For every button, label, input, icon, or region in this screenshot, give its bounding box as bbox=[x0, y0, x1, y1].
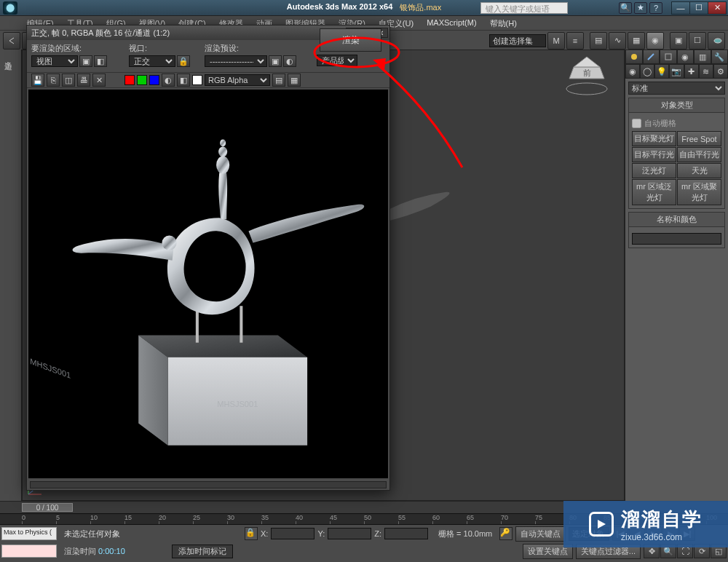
help-search-input[interactable]: 键入关键字或短语 bbox=[480, 2, 568, 14]
maxscript-mini-listener[interactable] bbox=[1, 545, 57, 558]
render-preset-dropdown[interactable]: ----------------- bbox=[205, 55, 267, 67]
object-name-input[interactable] bbox=[632, 233, 721, 245]
maximize-button[interactable]: ☐ bbox=[689, 1, 708, 15]
watermark: 溜溜自学 zixue.3d66.com bbox=[563, 501, 728, 547]
menu-maxscript[interactable]: MAXScript(M) bbox=[420, 16, 483, 30]
copy-image-button[interactable]: ⎘ bbox=[47, 74, 60, 87]
render-button[interactable]: 渲染 bbox=[320, 28, 381, 52]
ruler-tick: 10 bbox=[90, 514, 98, 521]
ruler-tick: 35 bbox=[261, 514, 269, 521]
channel-rgb[interactable] bbox=[192, 75, 202, 85]
print-image-button[interactable]: 🖶 bbox=[77, 74, 90, 87]
x-input[interactable] bbox=[271, 528, 314, 539]
undo-button[interactable] bbox=[3, 32, 20, 50]
schematic-view-button[interactable]: ▦ bbox=[628, 32, 645, 50]
toggle-ui-button[interactable]: ▦ bbox=[288, 74, 301, 87]
subtab-spacewarps[interactable]: ≋ bbox=[699, 64, 713, 79]
save-image-button[interactable]: 💾 bbox=[31, 74, 44, 87]
qat-btn[interactable]: ? bbox=[649, 2, 662, 14]
render-viewport-dropdown[interactable]: 正交 bbox=[129, 55, 175, 67]
toggle-overlay-button[interactable]: ▤ bbox=[272, 74, 285, 87]
minimize-button[interactable]: — bbox=[671, 1, 690, 15]
render-area-dropdown[interactable]: 视图 bbox=[31, 55, 78, 67]
y-input[interactable] bbox=[328, 528, 371, 539]
rendered-frame-button[interactable]: ☐ bbox=[689, 32, 706, 50]
alpha-toggle[interactable]: ◐ bbox=[162, 74, 175, 87]
btn-target-direct[interactable]: 目标平行光 bbox=[632, 147, 676, 162]
channel-red[interactable] bbox=[124, 75, 135, 85]
subtab-systems[interactable]: ⚙ bbox=[713, 64, 728, 79]
qat-btn[interactable]: 🔍 bbox=[619, 2, 632, 14]
menu-help[interactable]: 帮助(H) bbox=[483, 16, 523, 30]
tab-display[interactable]: ▥ bbox=[694, 50, 711, 64]
subtab-shapes[interactable]: ◯ bbox=[640, 64, 654, 79]
svg-point-20 bbox=[216, 157, 229, 174]
btn-free-direct[interactable]: 自由平行光 bbox=[677, 147, 721, 162]
title-bar: ⬤ Autodesk 3ds Max 2012 x64 银饰品.max 键入关键… bbox=[0, 0, 728, 16]
autokey-button[interactable]: 自动关键点 bbox=[515, 526, 566, 542]
rollout-title[interactable]: 名称和颜色 bbox=[629, 213, 724, 227]
render-setup-shortcut[interactable]: ▣ bbox=[269, 55, 282, 67]
btn-omni[interactable]: 泛光灯 bbox=[632, 163, 676, 178]
btn-free-spot[interactable]: Free Spot bbox=[677, 131, 721, 146]
maxscript-listener[interactable]: Max to Physics ( bbox=[1, 527, 57, 540]
channel-blue[interactable] bbox=[149, 75, 159, 85]
subtab-cameras[interactable]: 📷 bbox=[669, 64, 684, 79]
clear-image-button[interactable]: ✕ bbox=[92, 74, 106, 87]
ruler-tick: 50 bbox=[364, 514, 371, 521]
svg-marker-12 bbox=[138, 336, 307, 357]
btn-mr-area-spot[interactable]: mr 区域聚光灯 bbox=[677, 179, 721, 205]
add-time-tag-button[interactable]: 添加时间标记 bbox=[172, 545, 233, 558]
selection-set-dropdown[interactable]: 创建选择集 bbox=[489, 34, 546, 47]
render-production-button[interactable] bbox=[708, 32, 725, 50]
btn-mr-area-omni[interactable]: mr 区域泛光灯 bbox=[632, 179, 676, 205]
render-setup-button[interactable]: ▣ bbox=[670, 32, 687, 50]
time-slider-handle[interactable]: 0 / 100 bbox=[22, 503, 73, 512]
subtab-lights[interactable]: 💡 bbox=[654, 64, 669, 79]
render-scrollbar[interactable] bbox=[30, 481, 387, 488]
ruler-tick: 20 bbox=[159, 514, 166, 521]
btn-target-spot[interactable]: 目标聚光灯 bbox=[632, 131, 676, 146]
environment-shortcut[interactable]: ◐ bbox=[283, 55, 296, 67]
key-mode-button[interactable]: 🔑 bbox=[499, 527, 513, 540]
command-panel-tabs: ◉ ▥ 🔧 bbox=[625, 50, 728, 64]
rollout-object-type: 对象类型 自动栅格 目标聚光灯 Free Spot 目标平行光 自由平行光 泛光… bbox=[628, 98, 725, 209]
left-tab-polygon[interactable]: 多边 bbox=[0, 50, 17, 61]
ruler-tick: 45 bbox=[330, 514, 337, 521]
y-label: Y: bbox=[317, 529, 325, 538]
qat-btn[interactable]: ★ bbox=[634, 2, 647, 14]
viewcube[interactable]: 前 bbox=[558, 47, 616, 105]
lock-viewport-button[interactable]: 🔒 bbox=[177, 55, 190, 67]
app-logo-icon[interactable]: ⬤ bbox=[3, 1, 17, 15]
mono-toggle[interactable]: ◧ bbox=[177, 74, 190, 87]
subtab-geometry[interactable]: ◉ bbox=[625, 64, 640, 79]
tab-modify[interactable] bbox=[643, 50, 660, 64]
channel-green[interactable] bbox=[137, 75, 147, 85]
close-button[interactable]: ✕ bbox=[708, 1, 727, 15]
clone-window-button[interactable]: ◫ bbox=[62, 74, 75, 87]
btn-skylight[interactable]: 天光 bbox=[677, 163, 721, 178]
auto-region-button[interactable]: ◧ bbox=[94, 55, 107, 67]
viewport-label: 视口: bbox=[129, 43, 202, 54]
render-controls-panel: 要渲染的区域: 视图 ▣ ◧ 视口: 正交 🔒 渲染预设: ----------… bbox=[27, 40, 389, 72]
render-image-toolbar: 💾 ⎘ ◫ 🖶 ✕ ◐ ◧ RGB Alpha ▤ ▦ bbox=[27, 72, 389, 88]
production-iterative-dropdown[interactable]: 产品级... bbox=[317, 55, 357, 66]
channel-dropdown[interactable]: RGB Alpha bbox=[205, 74, 270, 86]
rendered-image[interactable]: MHSJS001 MHSJS001 bbox=[28, 90, 388, 478]
edit-region-button[interactable]: ▣ bbox=[79, 55, 92, 67]
light-category-dropdown[interactable]: 标准 bbox=[628, 82, 725, 95]
rollout-title[interactable]: 对象类型 bbox=[629, 98, 724, 113]
create-subtabs: ◉ ◯ 💡 📷 ✚ ≋ ⚙ bbox=[625, 64, 728, 79]
tab-motion[interactable]: ◉ bbox=[677, 50, 695, 64]
material-editor-button[interactable]: ◉ bbox=[646, 32, 664, 50]
z-label: Z: bbox=[374, 529, 381, 538]
tab-hierarchy[interactable] bbox=[660, 50, 677, 64]
lock-selection-button[interactable]: 🔒 bbox=[245, 527, 258, 540]
app-title: Autodesk 3ds Max 2012 x64 bbox=[287, 2, 393, 13]
z-input[interactable] bbox=[384, 528, 428, 539]
ruler-tick: 15 bbox=[124, 514, 132, 521]
subtab-helpers[interactable]: ✚ bbox=[684, 64, 699, 79]
tab-utilities[interactable]: 🔧 bbox=[711, 50, 729, 64]
tab-create[interactable] bbox=[625, 50, 643, 64]
file-name: 银饰品.max bbox=[400, 2, 441, 13]
